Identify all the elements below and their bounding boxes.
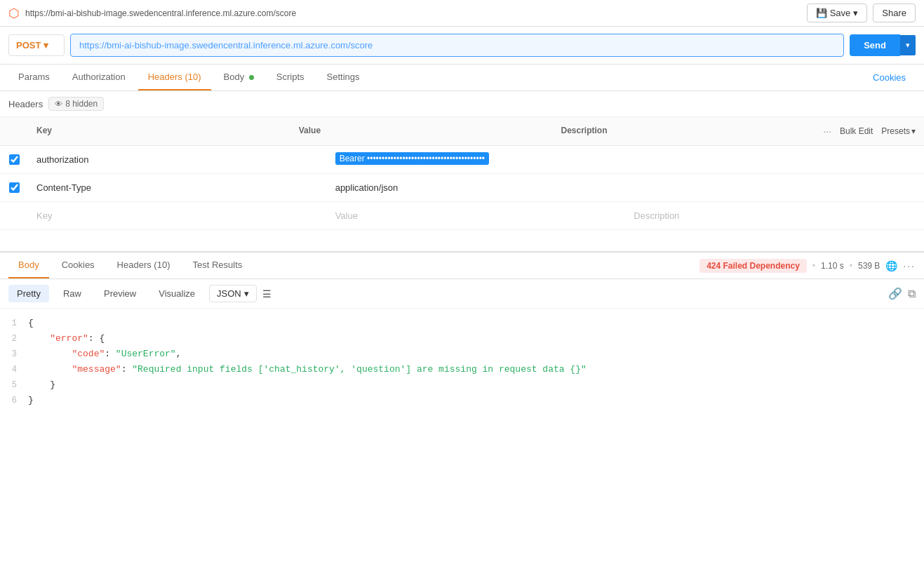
resp-tab-cookies[interactable]: Cookies <box>52 253 105 278</box>
row1-key[interactable]: authorization <box>28 149 327 170</box>
empty-value[interactable]: Value <box>327 205 626 227</box>
save-dropdown-icon: ▾ <box>853 8 858 18</box>
code-line-6: 6 } <box>0 394 924 410</box>
json-dropdown-icon: ▾ <box>244 288 249 299</box>
table-row-empty: Key Value Description <box>0 202 924 230</box>
save-button[interactable]: 💾 Save ▾ <box>807 4 868 22</box>
headers-table: Key Value Description ··· Bulk Edit Pres… <box>0 117 924 230</box>
status-badge: 424 Failed Dependency <box>699 259 807 273</box>
url-input[interactable] <box>70 34 844 57</box>
code-line-1: 1 { <box>0 317 924 332</box>
row2-desc[interactable] <box>625 182 924 194</box>
link-icon[interactable]: 🔗 <box>888 287 902 300</box>
table-header: Key Value Description ··· Bulk Edit Pres… <box>0 117 924 146</box>
bulk-edit-button[interactable]: Bulk Edit <box>840 126 873 136</box>
method-label: POST <box>16 40 41 51</box>
share-button[interactable]: Share <box>873 4 916 22</box>
top-bar-right: 💾 Save ▾ Share <box>807 4 916 22</box>
col-value: Value <box>290 121 553 141</box>
bearer-token: Bearer •••••••••••••••••••••••••••••••••… <box>335 152 489 165</box>
copy-icon[interactable]: ⧉ <box>908 288 916 300</box>
more-cols-icon: ··· <box>823 126 831 137</box>
hidden-badge[interactable]: 👁 8 hidden <box>48 97 104 111</box>
more-options-icon[interactable]: ··· <box>903 260 916 271</box>
col-key: Key <box>28 121 290 141</box>
tab-body[interactable]: Body <box>214 65 264 90</box>
code-area: 1 { 2 "error": { 3 "code": "UserError", … <box>0 309 924 418</box>
response-time: 1.10 s <box>821 261 844 271</box>
save-icon: 💾 <box>816 8 827 18</box>
fmt-tab-raw[interactable]: Raw <box>55 285 90 302</box>
url-display: https://bmi-ai-bishub-image.swedencentra… <box>25 8 296 18</box>
table-actions: ··· Bulk Edit Presets ▾ <box>815 121 924 141</box>
row2-checkbox[interactable] <box>9 182 20 193</box>
cookies-link[interactable]: Cookies <box>863 65 916 90</box>
empty-key[interactable]: Key <box>28 205 327 227</box>
headers-section: Headers 👁 8 hidden <box>0 91 924 117</box>
resp-tab-body[interactable]: Body <box>8 253 49 278</box>
method-select[interactable]: POST ▾ <box>8 34 65 56</box>
code-line-2: 2 "error": { <box>0 332 924 348</box>
globe-icon[interactable]: 🌐 <box>885 260 897 271</box>
top-bar: ⬡ https://bmi-ai-bishub-image.swedencent… <box>0 0 924 27</box>
row1-checkbox[interactable] <box>9 154 20 165</box>
headers-label: Headers 👁 8 hidden <box>8 97 916 111</box>
empty-desc[interactable]: Description <box>625 205 924 227</box>
method-dropdown-icon: ▾ <box>43 40 48 51</box>
hidden-count: 8 hidden <box>65 99 98 109</box>
json-format-select[interactable]: JSON ▾ <box>209 285 257 302</box>
tab-headers[interactable]: Headers (10) <box>138 65 211 90</box>
resp-tab-headers[interactable]: Headers (10) <box>107 253 180 278</box>
row1-checkbox-cell <box>0 149 28 170</box>
eye-icon: 👁 <box>55 100 62 108</box>
response-meta: 424 Failed Dependency • 1.10 s • 539 B 🌐… <box>699 259 916 273</box>
response-section: Body Cookies Headers (10) Test Results 4… <box>0 251 924 418</box>
tab-params[interactable]: Params <box>8 65 60 90</box>
table-row: authorization Bearer •••••••••••••••••••… <box>0 146 924 174</box>
response-tabs: Body Cookies Headers (10) Test Results 4… <box>0 253 924 279</box>
row2-key[interactable]: Content-Type <box>28 177 327 199</box>
request-bar: POST ▾ Send ▾ <box>0 27 924 65</box>
col-description: Description <box>553 121 815 141</box>
request-tabs: Params Authorization Headers (10) Body S… <box>0 65 924 91</box>
fmt-tab-pretty[interactable]: Pretty <box>8 285 49 302</box>
fmt-tab-preview[interactable]: Preview <box>95 285 145 302</box>
empty-checkbox-cell <box>0 210 28 222</box>
table-row: Content-Type application/json <box>0 174 924 202</box>
wrap-icon[interactable]: ☰ <box>262 288 272 300</box>
fmt-tab-visualize[interactable]: Visualize <box>150 285 203 302</box>
send-dropdown-button[interactable]: ▾ <box>900 35 916 55</box>
code-line-3: 3 "code": "UserError", <box>0 348 924 363</box>
response-size: 539 B <box>858 261 880 271</box>
presets-icon: ▾ <box>911 126 916 136</box>
code-line-4: 4 "message": "Required input fields ['ch… <box>0 363 924 379</box>
top-bar-left: ⬡ https://bmi-ai-bishub-image.swedencent… <box>8 6 296 21</box>
row2-checkbox-cell <box>0 177 28 199</box>
send-main-button[interactable]: Send <box>850 34 900 56</box>
row1-value[interactable]: Bearer •••••••••••••••••••••••••••••••••… <box>327 147 626 173</box>
send-button-group: Send ▾ <box>850 34 916 56</box>
headers-text: Headers <box>8 99 43 109</box>
row2-value[interactable]: application/json <box>327 177 626 199</box>
presets-button[interactable]: Presets ▾ <box>881 126 916 136</box>
code-line-5: 5 } <box>0 379 924 394</box>
tab-settings[interactable]: Settings <box>317 65 370 90</box>
format-bar: Pretty Raw Preview Visualize JSON ▾ ☰ 🔗 … <box>0 279 924 309</box>
tab-authorization[interactable]: Authorization <box>62 65 135 90</box>
row1-desc[interactable] <box>625 154 924 166</box>
resp-tab-test-results[interactable]: Test Results <box>182 253 252 278</box>
postman-icon: ⬡ <box>8 6 20 21</box>
tab-scripts[interactable]: Scripts <box>267 65 314 90</box>
